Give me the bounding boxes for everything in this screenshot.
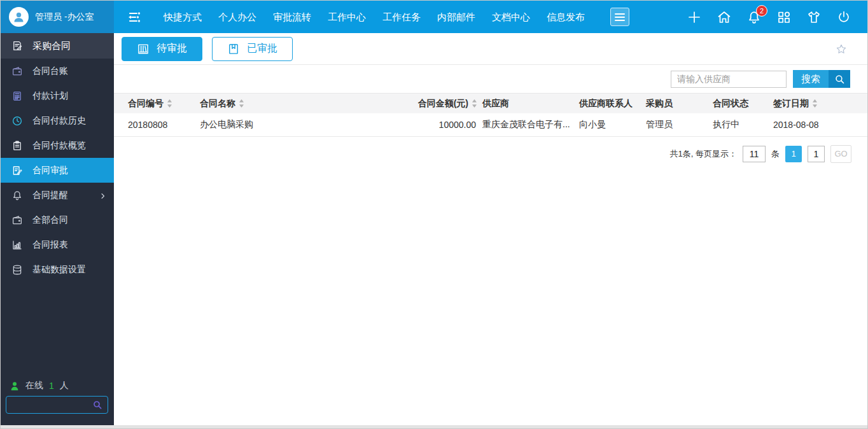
sidebar-item-label: 付款计划: [32, 90, 68, 102]
book-icon: [227, 43, 240, 55]
go-button[interactable]: GO: [830, 145, 851, 163]
sidebar-item-10[interactable]: 基础数据设置: [1, 257, 114, 282]
column-label: 合同编号: [128, 98, 164, 109]
clock-icon: [11, 115, 23, 127]
collapse-sidebar-icon[interactable]: [126, 10, 143, 25]
tabs-row: 待审批已审批: [114, 33, 867, 65]
sidebar-search-input[interactable]: [11, 400, 92, 411]
sidebar-item-label: 合同付款概览: [32, 140, 86, 151]
chart-icon: [11, 239, 23, 251]
search-button[interactable]: 搜索: [793, 70, 850, 88]
sidebar-item-1[interactable]: 采购合同: [1, 33, 114, 59]
wallet-icon: [11, 66, 23, 77]
table-row[interactable]: 20180808办公电脑采购10000.00重庆金茂联合电子有...向小曼管理员…: [114, 113, 867, 136]
nav-item-3[interactable]: 审批流转: [265, 1, 319, 33]
table-header-row: 合同编号合同名称合同金额(元)供应商供应商联系人采购员合同状态签订日期: [114, 94, 867, 113]
table-cell: 10000.00: [392, 113, 482, 136]
app-window: 管理员 -办公室 快捷方式个人办公审批流转工作中心工作任务内部邮件文档中心信息发…: [1, 1, 867, 428]
sidebar-item-4[interactable]: 合同付款历史: [1, 108, 114, 133]
sidebar-item-label: 全部合同: [32, 215, 68, 226]
goto-page-input[interactable]: [808, 146, 825, 162]
column-header-3[interactable]: 合同金额(元): [392, 94, 482, 113]
online-count: 1: [49, 381, 54, 391]
window-bottom-edge: [1, 425, 867, 428]
column-header-5: 供应商联系人: [579, 94, 646, 113]
database-icon: [11, 264, 23, 276]
wallet-icon: [11, 215, 23, 226]
sidebar-item-9[interactable]: 合同报表: [1, 232, 114, 257]
table-cell: 管理员: [646, 113, 713, 136]
plus-icon[interactable]: [687, 10, 702, 25]
column-header-2[interactable]: 合同名称: [200, 94, 392, 113]
column-label: 合同金额(元): [418, 98, 468, 109]
sidebar-search-box: [6, 396, 108, 414]
power-icon[interactable]: [836, 10, 851, 25]
pagination: 共1条, 每页显示： 条 1 GO: [114, 137, 867, 163]
bookshelf-icon: [137, 43, 150, 55]
column-header-7: 合同状态: [713, 94, 773, 113]
online-person-icon: [10, 381, 20, 391]
notification-badge: 2: [756, 5, 767, 17]
document-approve-icon: [11, 165, 23, 176]
column-header-4: 供应商: [482, 94, 579, 113]
online-status: 在线 1 人: [10, 380, 69, 391]
search-button-label: 搜索: [793, 70, 829, 88]
page-size-unit: 条: [771, 148, 780, 160]
tab-label: 待审批: [157, 42, 187, 55]
column-header-8[interactable]: 签订日期: [773, 94, 867, 113]
column-header-1[interactable]: 合同编号: [114, 94, 200, 113]
nav-item-6[interactable]: 内部邮件: [429, 1, 484, 33]
sidebar-item-8[interactable]: 全部合同: [1, 207, 114, 232]
apps-icon[interactable]: [776, 10, 792, 25]
contracts-table: 合同编号合同名称合同金额(元)供应商供应商联系人采购员合同状态签订日期 2018…: [114, 94, 867, 137]
sidebar-item-label: 合同提醒: [32, 190, 68, 201]
sidebar-item-5[interactable]: 合同付款概览: [1, 133, 114, 158]
nav-item-1[interactable]: 快捷方式: [155, 1, 210, 33]
sidebar-item-6[interactable]: 合同审批: [1, 158, 114, 183]
sidebar-item-label: 合同审批: [32, 165, 68, 176]
content-panel: 待审批已审批 搜索 合同编号合同名称合同金额(元)供应商供应商联系人采购员合同状…: [114, 33, 867, 425]
chevron-right-icon: [99, 192, 107, 199]
favorite-star-icon[interactable]: [836, 43, 847, 55]
column-label: 供应商: [482, 98, 509, 109]
table-cell: 20180808: [114, 113, 200, 136]
sidebar-item-label: 合同报表: [32, 239, 68, 251]
tab-1[interactable]: 待审批: [122, 37, 202, 61]
nav-item-8[interactable]: 信息发布: [538, 1, 593, 33]
supplier-search-input[interactable]: [671, 71, 787, 88]
tab-2[interactable]: 已审批: [212, 37, 293, 61]
home-icon[interactable]: [717, 10, 732, 25]
nav-item-2[interactable]: 个人办公: [210, 1, 265, 33]
contract-document-icon: [11, 40, 23, 52]
table-cell: 2018-08-08: [773, 113, 867, 136]
sidebar-item-label: 采购合同: [32, 40, 71, 52]
more-menu-button[interactable]: [610, 8, 629, 26]
nav-item-5[interactable]: 工作任务: [374, 1, 429, 33]
sidebar-item-7[interactable]: 合同提醒: [1, 183, 114, 207]
table-cell: 办公电脑采购: [200, 113, 392, 136]
sidebar-item-2[interactable]: 合同台账: [1, 59, 114, 83]
nav-item-4[interactable]: 工作中心: [319, 1, 374, 33]
sort-icon[interactable]: [167, 99, 172, 108]
sidebar: 采购合同合同台账付款计划合同付款历史合同付款概览合同审批合同提醒全部合同合同报表…: [1, 33, 114, 425]
shirt-icon[interactable]: [806, 10, 822, 25]
sort-icon[interactable]: [472, 99, 477, 108]
bell-icon: [11, 190, 23, 201]
column-header-6: 采购员: [646, 94, 713, 113]
sidebar-search-icon[interactable]: [92, 400, 102, 410]
nav-item-7[interactable]: 文档中心: [484, 1, 538, 33]
column-label: 采购员: [646, 98, 673, 109]
tab-label: 已审批: [247, 42, 277, 55]
sort-icon[interactable]: [239, 99, 244, 108]
user-profile[interactable]: 管理员 -办公室: [1, 1, 114, 33]
page-size-input[interactable]: [743, 146, 766, 162]
user-name: 管理员 -办公室: [35, 11, 94, 23]
notifications-bell-icon[interactable]: 2: [746, 10, 762, 25]
calculator-icon: [11, 90, 23, 102]
sidebar-item-3[interactable]: 付款计划: [1, 83, 114, 108]
sort-icon[interactable]: [812, 99, 818, 108]
page-number-button[interactable]: 1: [785, 146, 802, 162]
table-cell: 向小曼: [579, 113, 646, 136]
column-label: 签订日期: [773, 98, 809, 109]
sidebar-item-label: 基础数据设置: [32, 264, 86, 276]
